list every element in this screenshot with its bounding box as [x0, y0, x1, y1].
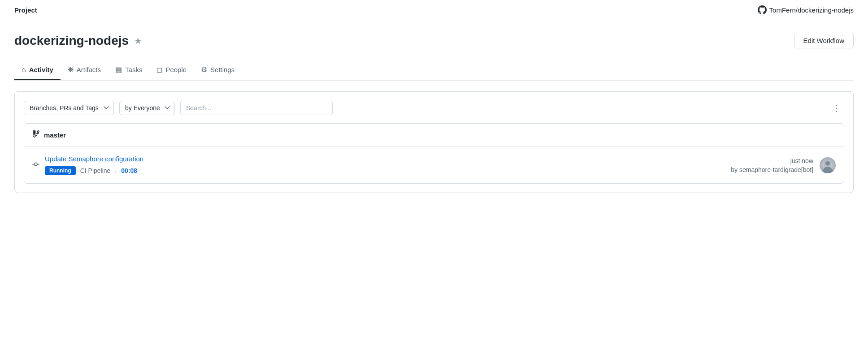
branch-header: master [24, 124, 844, 147]
settings-tab-icon: ⚙ [201, 65, 207, 74]
artifacts-tab-icon: ❋ [68, 65, 74, 74]
time-ago: just now [790, 157, 813, 164]
people-tab-icon: ◻ [156, 65, 162, 74]
main-content: dockerizing-nodejs ★ Edit Workflow ⌂ Act… [0, 20, 868, 207]
more-options-icon[interactable]: ⋮ [828, 102, 844, 114]
tab-tasks-label: Tasks [125, 66, 142, 73]
branch-name: master [44, 131, 66, 139]
pipeline-time: 00:08 [121, 167, 137, 174]
tab-artifacts-label: Artifacts [77, 66, 101, 73]
tabs-nav: ⌂ Activity ❋ Artifacts ▦ Tasks ◻ People … [14, 61, 854, 81]
tab-settings[interactable]: ⚙ Settings [194, 61, 242, 80]
pipeline-separator: · [115, 167, 117, 174]
tab-people[interactable]: ◻ People [149, 61, 194, 80]
tab-activity[interactable]: ⌂ Activity [14, 61, 61, 80]
edit-workflow-button[interactable]: Edit Workflow [794, 33, 854, 48]
project-header: dockerizing-nodejs ★ Edit Workflow [14, 33, 854, 48]
pipeline-row: Running CI Pipeline · 00:08 [45, 166, 143, 175]
avatar [820, 157, 836, 173]
branch-card: master Update Semaphore configuration Ru… [24, 123, 844, 184]
tab-activity-label: Activity [29, 66, 53, 73]
by-user: by semaphore-tardigrade[bot] [731, 166, 813, 173]
tab-artifacts[interactable]: ❋ Artifacts [61, 61, 108, 80]
running-badge: Running [45, 166, 76, 175]
svg-point-6 [825, 161, 830, 166]
branch-item: Update Semaphore configuration Running C… [24, 147, 844, 183]
commit-info: Update Semaphore configuration Running C… [45, 155, 143, 175]
search-input[interactable] [180, 101, 333, 115]
project-title: dockerizing-nodejs [14, 34, 129, 48]
tab-tasks[interactable]: ▦ Tasks [108, 61, 149, 80]
github-icon [758, 5, 767, 14]
commit-icon [32, 161, 39, 170]
star-icon[interactable]: ★ [134, 35, 142, 46]
project-title-row: dockerizing-nodejs ★ [14, 34, 142, 48]
svg-point-7 [824, 167, 832, 173]
activity-panel: Branches, PRs and Tags by Everyone ⋮ mas… [14, 91, 854, 193]
project-label: Project [14, 6, 37, 14]
repo-name: TomFern/dockerizing-nodejs [769, 6, 854, 14]
branch-item-left: Update Semaphore configuration Running C… [32, 155, 143, 175]
branch-item-right-row: just now by semaphore-tardigrade[bot] [731, 157, 836, 173]
tasks-tab-icon: ▦ [115, 65, 122, 74]
author-filter-select[interactable]: by Everyone [119, 101, 175, 115]
pipeline-label: CI Pipeline [80, 167, 111, 174]
branch-item-right: just now by semaphore-tardigrade[bot] [731, 157, 813, 173]
repo-link[interactable]: TomFern/dockerizing-nodejs [758, 5, 854, 14]
branch-icon [32, 130, 40, 140]
tab-settings-label: Settings [210, 66, 234, 73]
activity-tab-icon: ⌂ [22, 66, 26, 74]
top-bar: Project TomFern/dockerizing-nodejs [0, 0, 868, 20]
branch-filter-select[interactable]: Branches, PRs and Tags [24, 101, 114, 115]
filters-row: Branches, PRs and Tags by Everyone ⋮ [24, 101, 844, 115]
tab-people-label: People [165, 66, 187, 73]
commit-link[interactable]: Update Semaphore configuration [45, 155, 143, 163]
